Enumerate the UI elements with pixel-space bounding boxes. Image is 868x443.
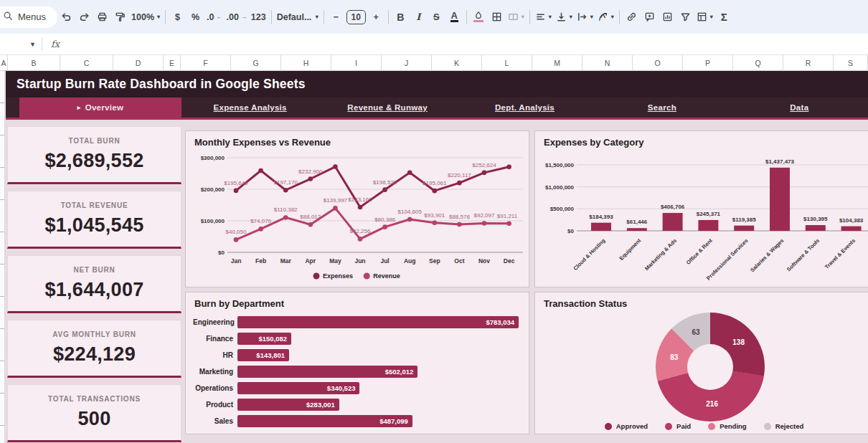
chevron-down-icon: ▼ (29, 41, 36, 48)
column-header-O[interactable]: O (633, 55, 683, 71)
dashboard-nav: ▸OverviewExpense AnalysisRevenue & Runwa… (6, 97, 868, 118)
column-header-M[interactable]: M (532, 55, 582, 71)
column-header-S[interactable]: S (834, 55, 868, 71)
increase-decimal-button[interactable]: .00→ (224, 7, 248, 27)
table-views-button[interactable]: ▾ (694, 7, 715, 27)
name-box[interactable]: ▼ (0, 41, 42, 48)
filter-button[interactable] (676, 7, 694, 27)
column-header-I[interactable]: I (331, 55, 382, 71)
decrease-font-size-button[interactable]: − (327, 7, 345, 27)
insert-chart-button[interactable] (659, 7, 676, 27)
merge-cells-button[interactable]: ▾ (506, 7, 527, 27)
text-rotation-button[interactable]: ▾ (595, 7, 616, 27)
svg-text:$61,446: $61,446 (626, 219, 647, 225)
svg-text:$42,256: $42,256 (350, 228, 371, 234)
horizontal-align-button[interactable]: ▾ (533, 7, 554, 27)
column-header-J[interactable]: J (382, 55, 432, 71)
zoom-select[interactable]: 100%▾ (129, 7, 162, 27)
tab-overview[interactable]: ▸Overview (19, 97, 181, 118)
chart-panel-monthly-expenses-vs-revenue[interactable]: Monthly Expenses vs Revenue $0$100,000$2… (185, 130, 529, 287)
svg-text:$245,371: $245,371 (697, 211, 721, 217)
dept-label: Sales (193, 417, 237, 425)
row-headers[interactable] (0, 71, 5, 443)
kpi-card-total-burn[interactable]: TOTAL BURN$2,689,552 (7, 126, 181, 184)
tab-dept-analysis[interactable]: Dept. Analysis (456, 97, 593, 118)
chevron-down-icon: ▾ (611, 14, 614, 20)
tab-expense-analysis[interactable]: Expense Analysis (181, 97, 319, 118)
menus-search[interactable]: Menus (0, 6, 57, 28)
column-header-N[interactable]: N (582, 55, 633, 71)
bar-track: $143,801 (237, 349, 519, 361)
font-size-input[interactable]: 10 (346, 10, 366, 24)
format-percent-button[interactable]: % (187, 7, 204, 27)
print-button[interactable] (93, 7, 111, 27)
kpi-card-total-revenue[interactable]: TOTAL REVENUE$1,045,545 (7, 191, 181, 249)
kpi-card-net-burn[interactable]: NET BURN$1,644,007 (7, 255, 181, 313)
paint-format-button[interactable] (111, 7, 129, 27)
chart-panel-burn-by-department[interactable]: Burn by Department Engineering$783,034Fi… (185, 292, 529, 434)
legend-label: Paid (676, 422, 691, 430)
text-color-button[interactable]: A (445, 7, 463, 27)
column-header-L[interactable]: L (482, 55, 532, 71)
kpi-card-avg-monthly-burn[interactable]: AVG MONTHLY BURN$224,129 (7, 320, 181, 378)
svg-text:May: May (329, 257, 341, 265)
svg-text:Marketing & Ads: Marketing & Ads (643, 237, 678, 272)
bold-button[interactable]: B (392, 7, 410, 27)
redo-icon (79, 11, 90, 22)
more-formats-button[interactable]: 123 (249, 7, 268, 27)
donut-hole (687, 344, 733, 390)
functions-button[interactable]: Σ (715, 7, 733, 27)
column-header-G[interactable]: G (231, 55, 281, 71)
kpi-label: NET BURN (73, 266, 115, 274)
divider (42, 38, 42, 51)
column-header-A[interactable]: A (0, 55, 8, 71)
toolbar-divider (466, 10, 467, 24)
kpi-card-total-transactions[interactable]: TOTAL TRANSACTIONS500 (7, 384, 181, 442)
column-header-Q[interactable]: Q (733, 55, 783, 71)
svg-text:Travel & Events: Travel & Events (824, 237, 857, 270)
column-header-C[interactable]: C (60, 55, 113, 71)
svg-text:$0: $0 (567, 228, 574, 234)
column-header-F[interactable]: F (181, 55, 231, 71)
bar: $143,801 (237, 349, 289, 361)
undo-button[interactable] (57, 7, 75, 27)
column-header-B[interactable]: B (8, 55, 60, 71)
bar: $502,012 (237, 366, 418, 378)
fx-label[interactable]: fx (51, 39, 60, 49)
strikethrough-button[interactable]: S (428, 7, 445, 27)
svg-text:Nov: Nov (478, 257, 490, 265)
chart-panel-transaction-status[interactable]: Transaction Status 1382168363 ApprovedPa… (534, 292, 868, 434)
increase-font-size-button[interactable]: + (367, 7, 385, 27)
chevron-down-icon: ▾ (316, 14, 319, 20)
text-wrap-button[interactable]: ▾ (575, 7, 595, 27)
donut-legend: ApprovedPaidPendingRejected (535, 422, 868, 430)
svg-text:Sep: Sep (429, 257, 440, 265)
column-header-R[interactable]: R (783, 55, 834, 71)
font-style-value: Defaul... (277, 12, 312, 22)
column-header-K[interactable]: K (432, 55, 482, 71)
decrease-decimal-button[interactable]: .0← (204, 7, 224, 27)
chart-panel-expenses-by-category[interactable]: Expenses by Category $0$500,000$1,000,00… (534, 130, 868, 287)
merge-cells-icon (508, 11, 519, 22)
bar: $340,523 (237, 382, 359, 394)
dept-row-sales: Sales$487,099 (193, 413, 519, 429)
svg-text:$500,000: $500,000 (550, 206, 575, 212)
dashboard-body: TOTAL BURN$2,689,552TOTAL REVENUE$1,045,… (6, 120, 868, 443)
column-header-E[interactable]: E (164, 55, 181, 71)
borders-button[interactable] (488, 7, 506, 27)
tab-revenue-runway[interactable]: Revenue & Runway (319, 97, 456, 118)
insert-comment-button[interactable] (641, 7, 659, 27)
font-style-select[interactable]: Defaul...▾ (275, 7, 321, 27)
column-header-H[interactable]: H (281, 55, 331, 71)
column-header-D[interactable]: D (113, 55, 164, 71)
tab-search[interactable]: Search (593, 97, 730, 118)
svg-text:$93,901: $93,901 (424, 212, 445, 219)
italic-button[interactable]: I (410, 7, 428, 27)
redo-button[interactable] (75, 7, 93, 27)
format-currency-button[interactable]: $ (169, 7, 187, 27)
insert-link-button[interactable] (623, 7, 641, 27)
fill-color-button[interactable] (470, 7, 488, 27)
vertical-align-button[interactable]: ▾ (554, 7, 575, 27)
tab-data[interactable]: Data (731, 97, 868, 118)
column-header-P[interactable]: P (683, 55, 733, 71)
